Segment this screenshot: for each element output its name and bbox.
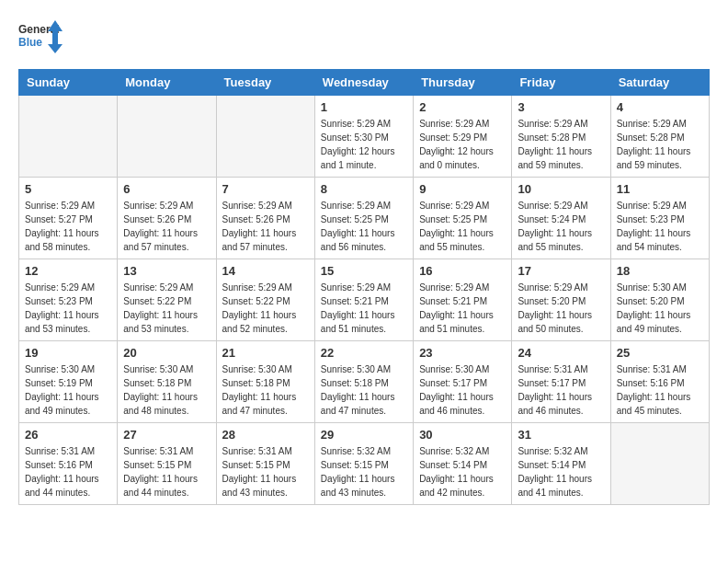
weekday-header: Saturday xyxy=(610,70,709,96)
calendar-cell xyxy=(118,96,216,178)
calendar-cell: 25 Sunrise: 5:31 AM Sunset: 5:16 PM Dayl… xyxy=(610,341,709,423)
day-number: 6 xyxy=(123,182,210,196)
page-header: General Blue xyxy=(18,18,710,60)
calendar-cell: 19 Sunrise: 5:30 AM Sunset: 5:19 PM Dayl… xyxy=(19,341,118,423)
calendar-cell: 23 Sunrise: 5:30 AM Sunset: 5:17 PM Dayl… xyxy=(414,341,512,423)
calendar-cell: 5 Sunrise: 5:29 AM Sunset: 5:27 PM Dayli… xyxy=(19,178,118,259)
calendar-cell: 2 Sunrise: 5:29 AM Sunset: 5:29 PM Dayli… xyxy=(414,96,512,178)
day-number: 31 xyxy=(518,428,604,442)
day-info: Sunrise: 5:29 AM Sunset: 5:24 PM Dayligh… xyxy=(518,199,604,254)
calendar-cell xyxy=(610,423,709,505)
day-number: 8 xyxy=(321,182,407,196)
calendar-cell: 1 Sunrise: 5:29 AM Sunset: 5:30 PM Dayli… xyxy=(314,96,413,178)
calendar-cell: 31 Sunrise: 5:32 AM Sunset: 5:14 PM Dayl… xyxy=(512,423,610,505)
day-number: 13 xyxy=(123,264,210,278)
weekday-header: Thursday xyxy=(414,70,512,96)
calendar-cell: 10 Sunrise: 5:29 AM Sunset: 5:24 PM Dayl… xyxy=(512,178,610,259)
day-info: Sunrise: 5:29 AM Sunset: 5:26 PM Dayligh… xyxy=(123,199,210,254)
day-info: Sunrise: 5:29 AM Sunset: 5:28 PM Dayligh… xyxy=(518,117,604,172)
day-number: 20 xyxy=(123,346,210,360)
calendar-week-row: 26 Sunrise: 5:31 AM Sunset: 5:16 PM Dayl… xyxy=(19,423,710,505)
calendar-cell: 16 Sunrise: 5:29 AM Sunset: 5:21 PM Dayl… xyxy=(414,259,512,341)
day-info: Sunrise: 5:31 AM Sunset: 5:15 PM Dayligh… xyxy=(222,444,309,500)
day-info: Sunrise: 5:32 AM Sunset: 5:14 PM Dayligh… xyxy=(518,444,604,500)
calendar-cell: 3 Sunrise: 5:29 AM Sunset: 5:28 PM Dayli… xyxy=(512,96,610,178)
calendar-cell: 6 Sunrise: 5:29 AM Sunset: 5:26 PM Dayli… xyxy=(118,178,216,259)
weekday-header: Monday xyxy=(118,70,216,96)
calendar-cell: 20 Sunrise: 5:30 AM Sunset: 5:18 PM Dayl… xyxy=(118,341,216,423)
day-number: 24 xyxy=(518,346,604,360)
day-info: Sunrise: 5:29 AM Sunset: 5:23 PM Dayligh… xyxy=(617,199,703,254)
day-info: Sunrise: 5:30 AM Sunset: 5:20 PM Dayligh… xyxy=(617,281,703,336)
day-info: Sunrise: 5:30 AM Sunset: 5:18 PM Dayligh… xyxy=(222,362,309,418)
logo: General Blue xyxy=(18,18,64,60)
day-number: 5 xyxy=(25,182,111,196)
day-info: Sunrise: 5:29 AM Sunset: 5:27 PM Dayligh… xyxy=(25,199,111,254)
calendar-cell: 27 Sunrise: 5:31 AM Sunset: 5:15 PM Dayl… xyxy=(118,423,216,505)
day-number: 16 xyxy=(419,264,506,278)
day-number: 9 xyxy=(419,182,506,196)
day-info: Sunrise: 5:29 AM Sunset: 5:26 PM Dayligh… xyxy=(222,199,309,254)
day-info: Sunrise: 5:29 AM Sunset: 5:20 PM Dayligh… xyxy=(518,281,604,336)
calendar-cell: 28 Sunrise: 5:31 AM Sunset: 5:15 PM Dayl… xyxy=(216,423,314,505)
day-number: 29 xyxy=(321,428,407,442)
day-info: Sunrise: 5:32 AM Sunset: 5:14 PM Dayligh… xyxy=(419,444,506,500)
calendar-cell: 8 Sunrise: 5:29 AM Sunset: 5:25 PM Dayli… xyxy=(314,178,413,259)
calendar-cell: 18 Sunrise: 5:30 AM Sunset: 5:20 PM Dayl… xyxy=(610,259,709,341)
day-number: 21 xyxy=(222,346,309,360)
day-info: Sunrise: 5:31 AM Sunset: 5:16 PM Dayligh… xyxy=(25,444,111,500)
calendar-cell: 7 Sunrise: 5:29 AM Sunset: 5:26 PM Dayli… xyxy=(216,178,314,259)
calendar-cell: 11 Sunrise: 5:29 AM Sunset: 5:23 PM Dayl… xyxy=(610,178,709,259)
calendar-week-row: 19 Sunrise: 5:30 AM Sunset: 5:19 PM Dayl… xyxy=(19,341,710,423)
day-number: 17 xyxy=(518,264,604,278)
weekday-header: Tuesday xyxy=(216,70,314,96)
day-info: Sunrise: 5:30 AM Sunset: 5:17 PM Dayligh… xyxy=(419,362,506,418)
day-number: 23 xyxy=(419,346,506,360)
day-info: Sunrise: 5:29 AM Sunset: 5:30 PM Dayligh… xyxy=(321,117,407,172)
day-info: Sunrise: 5:31 AM Sunset: 5:15 PM Dayligh… xyxy=(123,444,210,500)
day-number: 4 xyxy=(617,100,703,114)
day-info: Sunrise: 5:29 AM Sunset: 5:25 PM Dayligh… xyxy=(321,199,407,254)
svg-text:Blue: Blue xyxy=(18,36,42,49)
calendar-cell: 12 Sunrise: 5:29 AM Sunset: 5:23 PM Dayl… xyxy=(19,259,118,341)
day-number: 1 xyxy=(321,100,407,114)
day-number: 28 xyxy=(222,428,309,442)
day-number: 18 xyxy=(617,264,703,278)
day-info: Sunrise: 5:29 AM Sunset: 5:22 PM Dayligh… xyxy=(123,281,210,336)
calendar-cell: 29 Sunrise: 5:32 AM Sunset: 5:15 PM Dayl… xyxy=(314,423,413,505)
weekday-header-row: SundayMondayTuesdayWednesdayThursdayFrid… xyxy=(19,70,710,96)
calendar-cell xyxy=(19,96,118,178)
calendar-cell: 15 Sunrise: 5:29 AM Sunset: 5:21 PM Dayl… xyxy=(314,259,413,341)
calendar-cell: 30 Sunrise: 5:32 AM Sunset: 5:14 PM Dayl… xyxy=(414,423,512,505)
day-number: 27 xyxy=(123,428,210,442)
calendar-cell: 24 Sunrise: 5:31 AM Sunset: 5:17 PM Dayl… xyxy=(512,341,610,423)
calendar-cell xyxy=(216,96,314,178)
calendar-table: SundayMondayTuesdayWednesdayThursdayFrid… xyxy=(18,69,710,505)
weekday-header: Wednesday xyxy=(314,70,413,96)
day-number: 12 xyxy=(25,264,111,278)
day-number: 2 xyxy=(419,100,506,114)
calendar-week-row: 5 Sunrise: 5:29 AM Sunset: 5:27 PM Dayli… xyxy=(19,178,710,259)
day-info: Sunrise: 5:30 AM Sunset: 5:18 PM Dayligh… xyxy=(123,362,210,418)
day-info: Sunrise: 5:29 AM Sunset: 5:23 PM Dayligh… xyxy=(25,281,111,336)
day-number: 30 xyxy=(419,428,506,442)
calendar-cell: 9 Sunrise: 5:29 AM Sunset: 5:25 PM Dayli… xyxy=(414,178,512,259)
day-info: Sunrise: 5:32 AM Sunset: 5:15 PM Dayligh… xyxy=(321,444,407,500)
weekday-header: Sunday xyxy=(19,70,118,96)
day-number: 26 xyxy=(25,428,111,442)
day-number: 7 xyxy=(222,182,309,196)
day-number: 10 xyxy=(518,182,604,196)
calendar-cell: 13 Sunrise: 5:29 AM Sunset: 5:22 PM Dayl… xyxy=(118,259,216,341)
day-number: 19 xyxy=(25,346,111,360)
day-info: Sunrise: 5:29 AM Sunset: 5:21 PM Dayligh… xyxy=(321,281,407,336)
calendar-cell: 21 Sunrise: 5:30 AM Sunset: 5:18 PM Dayl… xyxy=(216,341,314,423)
day-info: Sunrise: 5:29 AM Sunset: 5:21 PM Dayligh… xyxy=(419,281,506,336)
calendar-cell: 26 Sunrise: 5:31 AM Sunset: 5:16 PM Dayl… xyxy=(19,423,118,505)
day-info: Sunrise: 5:30 AM Sunset: 5:18 PM Dayligh… xyxy=(321,362,407,418)
calendar-week-row: 12 Sunrise: 5:29 AM Sunset: 5:23 PM Dayl… xyxy=(19,259,710,341)
day-info: Sunrise: 5:30 AM Sunset: 5:19 PM Dayligh… xyxy=(25,362,111,418)
calendar-week-row: 1 Sunrise: 5:29 AM Sunset: 5:30 PM Dayli… xyxy=(19,96,710,178)
day-number: 14 xyxy=(222,264,309,278)
calendar-cell: 22 Sunrise: 5:30 AM Sunset: 5:18 PM Dayl… xyxy=(314,341,413,423)
day-number: 22 xyxy=(321,346,407,360)
